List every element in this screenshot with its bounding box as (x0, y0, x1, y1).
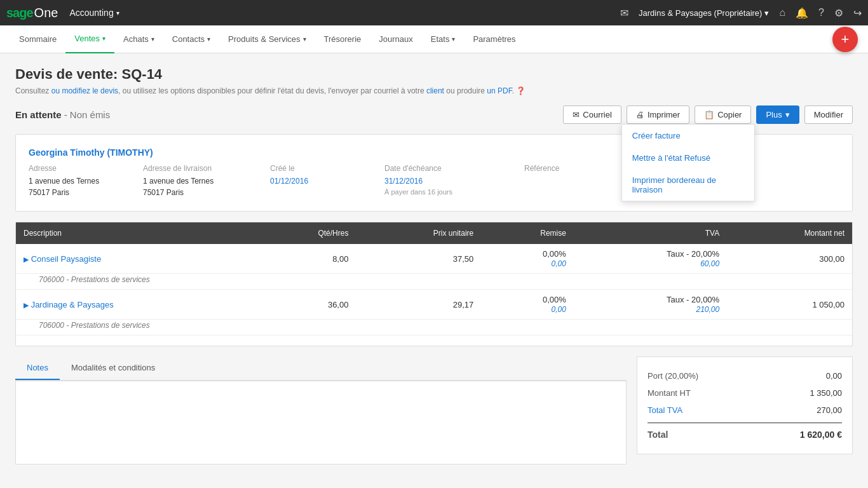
status-actions-row: En attente - Non émis ✉ Courriel 🖨 Impri… (15, 105, 853, 124)
address-line1: 1 avenue des Ternes (29, 175, 143, 187)
col-prix: Prix unitaire (356, 222, 481, 244)
main-nav: Sommaire Ventes ▾ Achats ▾ Contacts ▾ Pr… (0, 25, 868, 53)
top-nav: sage One Accounting ▾ ✉ Jardins & Paysag… (0, 0, 868, 25)
dropdown-item-bordereau[interactable]: Imprimer bordereau de livraison (622, 169, 754, 201)
col-qte: Qté/Hres (253, 222, 356, 244)
nav-contacts[interactable]: Contacts ▾ (163, 25, 219, 53)
company-selector[interactable]: Jardins & Paysages (Propriétaire) ▾ (639, 8, 769, 18)
fab-button[interactable]: + (832, 27, 858, 52)
plus-dropdown-menu: Créer facture Mettre à l'état Refusé Imp… (621, 124, 755, 201)
dropdown-item-refus[interactable]: Mettre à l'état Refusé (622, 147, 754, 169)
nav-tresorerie[interactable]: Trésorerie (315, 25, 370, 53)
plus-button[interactable]: Plus ▾ (756, 105, 799, 124)
col-description: Description (16, 222, 253, 244)
plus-btn-chevron: ▾ (785, 110, 790, 119)
top-nav-right: ✉ Jardins & Paysages (Propriétaire) ▾ ⌂ … (620, 7, 862, 19)
row1-prix: 37,50 (356, 244, 481, 274)
row1-remise: 0,00%0,00 (481, 244, 574, 274)
nav-ventes[interactable]: Ventes ▾ (65, 25, 114, 53)
email-icon[interactable]: ✉ (620, 7, 628, 19)
row1-expand-icon[interactable]: ▶ (24, 255, 29, 263)
row2-qte: 36,00 (253, 290, 356, 320)
created-date: 01/12/2016 (270, 175, 384, 187)
row2-tva: Taux - 20,00%210,00 (574, 290, 727, 320)
row1-montant: 300,00 (727, 244, 852, 274)
ht-value: 1 350,00 (810, 388, 842, 398)
table-row: ▶ Jardinage & Paysages 36,00 29,17 0,00%… (16, 290, 852, 320)
row2-remise: 0,00%0,00 (481, 290, 574, 320)
plus-btn-label: Plus (766, 110, 782, 119)
contacts-chevron: ▾ (207, 36, 210, 43)
modify-button[interactable]: Modifier (804, 105, 853, 124)
port-value: 0,00 (826, 371, 842, 381)
row2-description: ▶ Jardinage & Paysages (16, 290, 253, 320)
total-label: Total (648, 430, 668, 440)
due-note: À payer dans 16 jours (384, 187, 524, 198)
plus-dropdown-wrapper: Plus ▾ Créer facture Mettre à l'état Ref… (756, 105, 799, 124)
email-btn-icon: ✉ (573, 110, 580, 119)
etats-chevron: ▾ (452, 36, 455, 43)
totals-ht-row: Montant HT 1 350,00 (648, 384, 842, 402)
tab-modalites[interactable]: Modalités et conditions (60, 356, 166, 380)
produits-chevron: ▾ (303, 36, 306, 43)
copy-button[interactable]: 📋 Copier (695, 105, 751, 124)
row1-tva: Taux - 20,00%60,00 (574, 244, 727, 274)
nav-achats[interactable]: Achats ▾ (114, 25, 163, 53)
accounting-dropdown[interactable]: Accounting ▾ (69, 8, 119, 18)
achats-chevron: ▾ (151, 36, 154, 43)
row1-sub-desc: 706000 - Prestations de services (16, 274, 852, 290)
notes-content[interactable] (16, 381, 626, 464)
client-delivery-col: Adresse de livraison 1 avenue des Ternes… (143, 164, 270, 198)
nav-etats[interactable]: Etats ▾ (422, 25, 465, 53)
help-question-icon[interactable]: ❓ (516, 86, 526, 95)
sage-text: sage (6, 6, 33, 20)
nav-sommaire[interactable]: Sommaire (10, 25, 65, 53)
subtitle-link-modifier[interactable]: ou modifiez le devis (51, 86, 118, 95)
totals-tva-row: Total TVA 270,00 (648, 402, 842, 419)
tva-label: Total TVA (648, 405, 682, 415)
tab-notes[interactable]: Notes (15, 356, 60, 380)
table-row-sub: 706000 - Prestations de services (16, 274, 852, 290)
email-button[interactable]: ✉ Courriel (563, 105, 621, 124)
subtitle-link-pdf[interactable]: un PDF (487, 86, 512, 95)
due-date: 31/12/2016 (384, 175, 524, 187)
ht-label: Montant HT (648, 388, 691, 398)
row2-item-link[interactable]: Jardinage & Paysages (31, 300, 114, 309)
print-btn-label: Imprimer (648, 110, 680, 119)
print-button[interactable]: 🖨 Imprimer (627, 105, 689, 124)
actions-group: ✉ Courriel 🖨 Imprimer 📋 Copier Plus ▾ Cr… (563, 105, 853, 124)
one-text: One (34, 6, 58, 20)
nav-parametres[interactable]: Paramètres (464, 25, 524, 53)
row1-tva-val: 60,00 (700, 259, 719, 268)
table-row: ▶ Conseil Paysagiste 8,00 37,50 0,00%0,0… (16, 244, 852, 274)
bell-icon[interactable]: 🔔 (796, 7, 808, 19)
logout-icon[interactable]: ↪ (853, 7, 862, 19)
row2-sub-desc: 706000 - Prestations de services (16, 320, 852, 336)
gear-icon[interactable]: ⚙ (834, 7, 843, 19)
bottom-section: Notes Modalités et conditions Port (20,0… (15, 356, 853, 464)
row2-tva-val: 210,00 (696, 305, 719, 314)
row2-expand-icon[interactable]: ▶ (24, 301, 29, 309)
notes-area (15, 381, 627, 464)
nav-journaux[interactable]: Journaux (370, 25, 421, 53)
nav-produits[interactable]: Produits & Services ▾ (219, 25, 315, 53)
notes-section: Notes Modalités et conditions (15, 356, 627, 464)
row1-item-link[interactable]: Conseil Paysagiste (31, 254, 102, 264)
col-tva: TVA (574, 222, 727, 244)
dropdown-item-creer-facture[interactable]: Créer facture (622, 125, 754, 147)
row1-qte: 8,00 (253, 244, 356, 274)
accounting-label: Accounting (69, 8, 113, 18)
row2-prix: 29,17 (356, 290, 481, 320)
totals-port-row: Port (20,00%) 0,00 (648, 367, 842, 384)
total-value: 1 620,00 € (800, 430, 842, 440)
home-icon[interactable]: ⌂ (779, 7, 785, 18)
print-btn-icon: 🖨 (636, 110, 644, 119)
help-icon[interactable]: ? (818, 7, 824, 18)
port-label: Port (20,00%) (648, 371, 698, 381)
client-address-col: Adresse 1 avenue des Ternes 75017 Paris (29, 164, 143, 198)
subtitle-link-client[interactable]: client (426, 86, 444, 95)
table-row-sub: 706000 - Prestations de services (16, 320, 852, 336)
status-label: En attente - Non émis (15, 109, 563, 120)
totals-total-row: Total 1 620,00 € (648, 423, 842, 444)
tabs: Notes Modalités et conditions (15, 356, 627, 381)
